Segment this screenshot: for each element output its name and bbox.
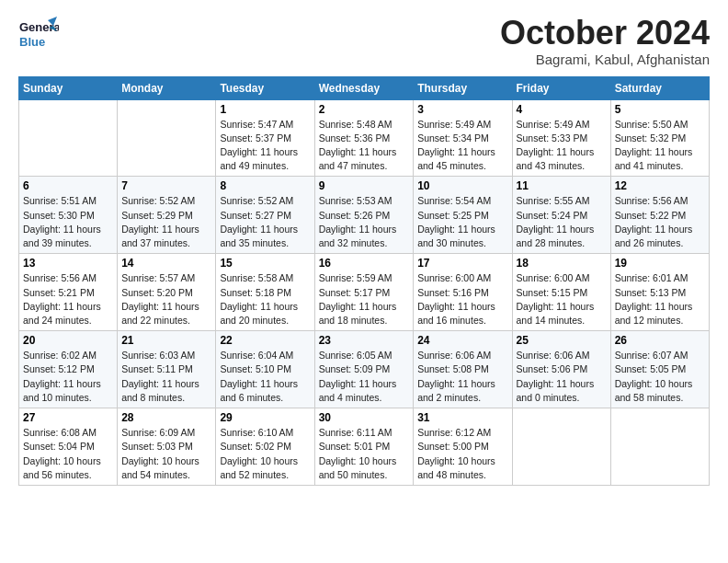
- day-info: Sunrise: 5:54 AMSunset: 5:25 PMDaylight:…: [417, 194, 507, 250]
- day-number: 7: [121, 179, 211, 192]
- calendar-cell: 5Sunrise: 5:50 AMSunset: 5:32 PMDaylight…: [610, 99, 709, 177]
- day-header-monday: Monday: [118, 76, 216, 99]
- day-number: 13: [23, 257, 113, 270]
- location: Bagrami, Kabul, Afghanistan: [500, 52, 710, 67]
- day-number: 27: [23, 411, 113, 424]
- day-info: Sunrise: 6:09 AMSunset: 5:03 PMDaylight:…: [121, 426, 211, 482]
- calendar-cell: 11Sunrise: 5:55 AMSunset: 5:24 PMDayligh…: [512, 177, 610, 254]
- day-number: 5: [615, 103, 705, 116]
- calendar-cell: 2Sunrise: 5:48 AMSunset: 5:36 PMDaylight…: [314, 99, 414, 177]
- day-info: Sunrise: 5:56 AMSunset: 5:22 PMDaylight:…: [615, 194, 705, 250]
- day-number: 22: [220, 334, 310, 347]
- day-info: Sunrise: 5:50 AMSunset: 5:32 PMDaylight:…: [615, 118, 705, 174]
- day-number: 28: [121, 411, 211, 424]
- day-info: Sunrise: 5:48 AMSunset: 5:36 PMDaylight:…: [319, 118, 410, 174]
- day-info: Sunrise: 6:07 AMSunset: 5:05 PMDaylight:…: [615, 349, 705, 405]
- day-number: 12: [615, 179, 705, 192]
- day-info: Sunrise: 5:59 AMSunset: 5:17 PMDaylight:…: [319, 271, 410, 327]
- calendar-cell: 21Sunrise: 6:03 AMSunset: 5:11 PMDayligh…: [118, 331, 216, 408]
- day-info: Sunrise: 6:06 AMSunset: 5:06 PMDaylight:…: [517, 349, 607, 405]
- day-info: Sunrise: 6:12 AMSunset: 5:00 PMDaylight:…: [417, 426, 507, 482]
- calendar-cell: 7Sunrise: 5:52 AMSunset: 5:29 PMDaylight…: [118, 177, 216, 254]
- day-info: Sunrise: 6:10 AMSunset: 5:02 PMDaylight:…: [220, 426, 310, 482]
- calendar-week-4: 27Sunrise: 6:08 AMSunset: 5:04 PMDayligh…: [19, 408, 710, 486]
- logo-svg: General Blue: [18, 15, 59, 55]
- calendar-cell: 30Sunrise: 6:11 AMSunset: 5:01 PMDayligh…: [314, 408, 414, 486]
- calendar-cell: 15Sunrise: 5:58 AMSunset: 5:18 PMDayligh…: [216, 254, 314, 331]
- calendar-cell: 28Sunrise: 6:09 AMSunset: 5:03 PMDayligh…: [118, 408, 216, 486]
- calendar-cell: [118, 99, 216, 177]
- calendar-cell: 22Sunrise: 6:04 AMSunset: 5:10 PMDayligh…: [216, 331, 314, 408]
- calendar-week-1: 6Sunrise: 5:51 AMSunset: 5:30 PMDaylight…: [19, 177, 710, 254]
- day-number: 30: [319, 411, 410, 424]
- calendar-cell: [610, 408, 709, 486]
- day-number: 8: [220, 179, 310, 192]
- month-title: October 2024: [500, 15, 710, 52]
- calendar-header-row: SundayMondayTuesdayWednesdayThursdayFrid…: [19, 76, 710, 99]
- calendar-cell: 1Sunrise: 5:47 AMSunset: 5:37 PMDaylight…: [216, 99, 314, 177]
- day-number: 10: [417, 179, 507, 192]
- svg-text:Blue: Blue: [19, 35, 45, 49]
- day-number: 31: [417, 411, 507, 424]
- page: General Blue October 2024 Bagrami, Kabul…: [0, 0, 728, 563]
- calendar-cell: [19, 99, 118, 177]
- day-number: 18: [517, 257, 607, 270]
- calendar-cell: 23Sunrise: 6:05 AMSunset: 5:09 PMDayligh…: [314, 331, 414, 408]
- calendar-cell: 6Sunrise: 5:51 AMSunset: 5:30 PMDaylight…: [19, 177, 118, 254]
- day-header-friday: Friday: [512, 76, 610, 99]
- day-number: 17: [417, 257, 507, 270]
- calendar-cell: 19Sunrise: 6:01 AMSunset: 5:13 PMDayligh…: [610, 254, 709, 331]
- day-info: Sunrise: 5:52 AMSunset: 5:27 PMDaylight:…: [220, 194, 310, 250]
- calendar-cell: 31Sunrise: 6:12 AMSunset: 5:00 PMDayligh…: [414, 408, 512, 486]
- day-number: 26: [615, 334, 705, 347]
- day-info: Sunrise: 5:51 AMSunset: 5:30 PMDaylight:…: [23, 194, 113, 250]
- day-header-sunday: Sunday: [19, 76, 118, 99]
- day-number: 29: [220, 411, 310, 424]
- calendar-cell: 9Sunrise: 5:53 AMSunset: 5:26 PMDaylight…: [314, 177, 414, 254]
- day-info: Sunrise: 5:47 AMSunset: 5:37 PMDaylight:…: [220, 118, 310, 174]
- day-header-saturday: Saturday: [610, 76, 709, 99]
- day-info: Sunrise: 6:11 AMSunset: 5:01 PMDaylight:…: [319, 426, 410, 482]
- day-number: 2: [319, 103, 410, 116]
- day-number: 24: [417, 334, 507, 347]
- calendar-week-3: 20Sunrise: 6:02 AMSunset: 5:12 PMDayligh…: [19, 331, 710, 408]
- calendar-cell: 3Sunrise: 5:49 AMSunset: 5:34 PMDaylight…: [414, 99, 512, 177]
- day-info: Sunrise: 6:03 AMSunset: 5:11 PMDaylight:…: [121, 349, 211, 405]
- day-header-thursday: Thursday: [414, 76, 512, 99]
- day-header-tuesday: Tuesday: [216, 76, 314, 99]
- day-info: Sunrise: 6:01 AMSunset: 5:13 PMDaylight:…: [615, 271, 705, 327]
- calendar-cell: 13Sunrise: 5:56 AMSunset: 5:21 PMDayligh…: [19, 254, 118, 331]
- day-number: 21: [121, 334, 211, 347]
- calendar-cell: 8Sunrise: 5:52 AMSunset: 5:27 PMDaylight…: [216, 177, 314, 254]
- logo: General Blue: [18, 15, 59, 55]
- calendar-cell: 16Sunrise: 5:59 AMSunset: 5:17 PMDayligh…: [314, 254, 414, 331]
- day-number: 25: [517, 334, 607, 347]
- day-info: Sunrise: 6:08 AMSunset: 5:04 PMDaylight:…: [23, 426, 113, 482]
- day-info: Sunrise: 5:55 AMSunset: 5:24 PMDaylight:…: [517, 194, 607, 250]
- day-number: 4: [517, 103, 607, 116]
- calendar-cell: 12Sunrise: 5:56 AMSunset: 5:22 PMDayligh…: [610, 177, 709, 254]
- calendar-table: SundayMondayTuesdayWednesdayThursdayFrid…: [18, 76, 710, 486]
- day-number: 11: [517, 179, 607, 192]
- calendar-cell: 20Sunrise: 6:02 AMSunset: 5:12 PMDayligh…: [19, 331, 118, 408]
- day-number: 14: [121, 257, 211, 270]
- calendar-cell: 27Sunrise: 6:08 AMSunset: 5:04 PMDayligh…: [19, 408, 118, 486]
- day-number: 15: [220, 257, 310, 270]
- day-info: Sunrise: 6:04 AMSunset: 5:10 PMDaylight:…: [220, 349, 310, 405]
- day-info: Sunrise: 6:02 AMSunset: 5:12 PMDaylight:…: [23, 349, 113, 405]
- day-number: 19: [615, 257, 705, 270]
- day-info: Sunrise: 5:49 AMSunset: 5:34 PMDaylight:…: [417, 118, 507, 174]
- day-info: Sunrise: 6:00 AMSunset: 5:15 PMDaylight:…: [517, 271, 607, 327]
- day-info: Sunrise: 6:06 AMSunset: 5:08 PMDaylight:…: [417, 349, 507, 405]
- day-number: 6: [23, 179, 113, 192]
- header: General Blue October 2024 Bagrami, Kabul…: [18, 15, 710, 67]
- day-number: 20: [23, 334, 113, 347]
- calendar-cell: 14Sunrise: 5:57 AMSunset: 5:20 PMDayligh…: [118, 254, 216, 331]
- day-info: Sunrise: 5:58 AMSunset: 5:18 PMDaylight:…: [220, 271, 310, 327]
- title-block: October 2024 Bagrami, Kabul, Afghanistan: [500, 15, 710, 67]
- day-info: Sunrise: 5:57 AMSunset: 5:20 PMDaylight:…: [121, 271, 211, 327]
- calendar-week-2: 13Sunrise: 5:56 AMSunset: 5:21 PMDayligh…: [19, 254, 710, 331]
- calendar-cell: 29Sunrise: 6:10 AMSunset: 5:02 PMDayligh…: [216, 408, 314, 486]
- day-info: Sunrise: 5:56 AMSunset: 5:21 PMDaylight:…: [23, 271, 113, 327]
- day-number: 9: [319, 179, 410, 192]
